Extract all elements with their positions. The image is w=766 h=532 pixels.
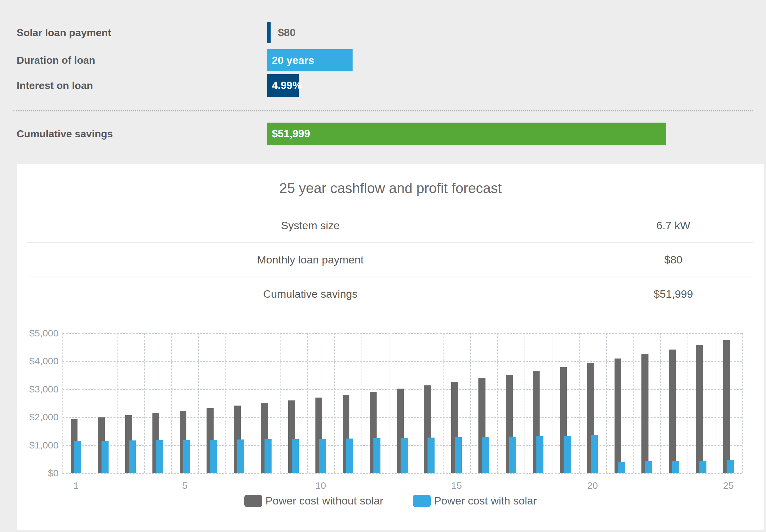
x-gridline xyxy=(117,333,117,473)
x-gridline xyxy=(144,333,145,473)
bar-without-solar xyxy=(669,350,676,473)
solar-calculator-page: { "inputs": { "rows": [ { "label": "Sola… xyxy=(0,0,766,532)
solar-loan-payment-value: $80 xyxy=(278,27,295,39)
x-gridline xyxy=(62,333,63,473)
cashflow-chart: $0$1,000$2,000$3,000$4,000$5,00015101520… xyxy=(17,164,764,530)
x-gridline xyxy=(660,333,661,473)
x-gridline xyxy=(715,333,715,473)
chart-legend: Power cost without solarPower cost with … xyxy=(17,495,764,507)
y-axis-tick-label: $1,000 xyxy=(14,440,59,451)
y-axis-tick-label: $3,000 xyxy=(14,384,59,395)
bar-without-solar xyxy=(615,359,622,473)
solar-loan-payment-label: Solar loan payment xyxy=(17,27,111,39)
x-gridline xyxy=(416,333,416,473)
cumulative-savings-value: $51,999 xyxy=(272,128,310,140)
forecast-card: 25 year cashflow and profit forecast Sys… xyxy=(17,164,764,530)
legend-swatch-icon xyxy=(413,495,431,507)
y-gridline xyxy=(62,361,742,362)
x-axis-tick-label: 5 xyxy=(169,480,201,491)
x-gridline xyxy=(579,333,580,473)
x-gridline xyxy=(443,333,444,473)
y-gridline xyxy=(62,473,742,474)
x-gridline xyxy=(307,333,308,473)
bar-with-solar xyxy=(672,461,679,473)
y-axis-tick-label: $0 xyxy=(14,468,59,479)
interest-on-loan-label: Interest on loan xyxy=(17,80,93,92)
duration-of-loan-bar[interactable]: 20 years xyxy=(267,49,352,71)
x-gridline xyxy=(253,333,253,473)
bar-with-solar xyxy=(699,461,706,473)
x-gridline xyxy=(171,333,172,473)
bar-with-solar xyxy=(509,437,516,473)
bar-with-solar xyxy=(319,439,326,473)
legend-item[interactable]: Power cost without solar xyxy=(244,495,384,507)
bar-with-solar xyxy=(428,438,435,473)
x-axis-tick-label: 1 xyxy=(60,480,92,491)
x-gridline xyxy=(198,333,199,473)
x-gridline xyxy=(470,333,471,473)
duration-of-loan-label: Duration of loan xyxy=(17,54,95,66)
y-axis-tick-label: $2,000 xyxy=(14,412,59,423)
bar-with-solar xyxy=(237,439,244,473)
x-gridline xyxy=(633,333,634,473)
bar-with-solar xyxy=(536,436,544,473)
bar-with-solar xyxy=(727,460,734,473)
x-gridline xyxy=(552,333,552,473)
legend-item[interactable]: Power cost with solar xyxy=(413,495,537,507)
y-gridline xyxy=(62,333,742,334)
legend-label: Power cost without solar xyxy=(265,495,384,507)
x-gridline xyxy=(688,333,688,473)
y-axis-tick-label: $4,000 xyxy=(14,356,59,367)
bar-with-solar xyxy=(564,436,571,473)
bar-with-solar xyxy=(618,462,625,473)
bar-with-solar xyxy=(156,440,163,473)
bar-with-solar xyxy=(455,437,462,473)
x-gridline xyxy=(606,333,607,473)
x-gridline xyxy=(389,333,390,473)
bar-with-solar xyxy=(129,440,136,473)
bar-with-solar xyxy=(346,439,353,473)
bar-with-solar xyxy=(183,440,190,473)
legend-swatch-icon xyxy=(244,495,262,507)
interest-on-loan-value: 4.99% xyxy=(272,79,302,92)
x-gridline xyxy=(334,333,335,473)
bar-without-solar xyxy=(723,340,730,473)
x-axis-tick-label: 10 xyxy=(304,480,336,491)
bar-with-solar xyxy=(264,439,271,473)
solar-loan-payment-bar[interactable] xyxy=(267,22,270,43)
x-gridline xyxy=(497,333,498,473)
interest-on-loan-bar[interactable]: 4.99% xyxy=(267,74,299,97)
cumulative-savings-label: Cumulative savings xyxy=(17,128,113,140)
x-axis-tick-label: 15 xyxy=(441,480,473,491)
x-gridline xyxy=(742,333,743,473)
bar-with-solar xyxy=(591,435,598,473)
bar-with-solar xyxy=(101,441,109,473)
cumulative-savings-bar: $51,999 xyxy=(267,123,666,145)
bar-with-solar xyxy=(645,461,652,473)
x-gridline xyxy=(525,333,525,473)
x-gridline xyxy=(90,333,90,473)
x-axis-tick-label: 20 xyxy=(577,480,609,491)
x-gridline xyxy=(225,333,226,473)
section-divider xyxy=(13,110,753,111)
x-gridline xyxy=(280,333,280,473)
bar-without-solar xyxy=(641,354,649,473)
x-gridline xyxy=(361,333,362,473)
y-axis-tick-label: $5,000 xyxy=(14,328,59,339)
legend-label: Power cost with solar xyxy=(434,495,537,507)
bar-with-solar xyxy=(401,438,408,473)
bar-with-solar xyxy=(373,438,380,473)
bar-with-solar xyxy=(482,437,489,473)
duration-of-loan-value: 20 years xyxy=(272,54,314,67)
x-axis-tick-label: 25 xyxy=(713,480,745,491)
bar-without-solar xyxy=(696,345,703,473)
bar-with-solar xyxy=(292,439,299,473)
bar-with-solar xyxy=(210,440,217,473)
bar-with-solar xyxy=(74,441,81,473)
